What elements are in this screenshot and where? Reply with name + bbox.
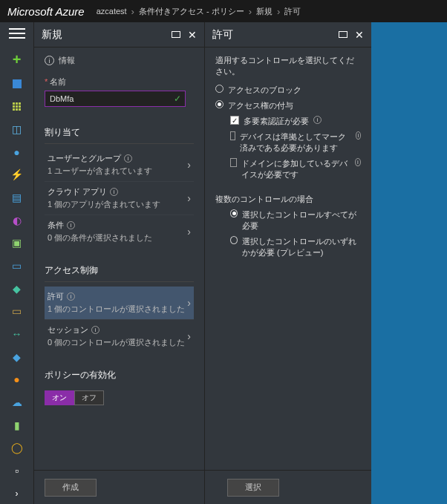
blade-title: 新規 [42, 28, 166, 42]
all-services-icon[interactable] [10, 100, 25, 113]
section-enable-policy: ポリシーの有効化 [45, 369, 194, 386]
grant-row[interactable]: 許可i 1 個のコントロールが選択されました › [45, 287, 194, 319]
checkbox-icon [230, 158, 237, 167]
more-icon[interactable]: ▫ [10, 465, 25, 477]
azure-brand: Microsoft Azure [7, 5, 85, 18]
blade-title: 許可 [212, 28, 333, 42]
create-button[interactable]: 作成 [45, 479, 97, 497]
info-row[interactable]: i 情報 [45, 55, 194, 66]
journey-background [371, 22, 447, 504]
radio-require-any[interactable]: 選択したコントロールのいずれかが必要 (プレビュー) [230, 236, 361, 258]
valid-check-icon: ✓ [174, 94, 181, 104]
hamburger-icon[interactable] [9, 27, 25, 40]
app-services-icon[interactable]: ● [10, 145, 25, 158]
radio-block-access[interactable]: アクセスのブロック [215, 85, 361, 96]
grant-prompt: 適用するコントロールを選択してください。 [215, 55, 361, 77]
expand-icon[interactable]: › [10, 487, 25, 500]
info-icon: i [110, 188, 118, 196]
maximize-icon[interactable] [172, 31, 180, 38]
radio-grant-access[interactable]: アクセス権の付与 [215, 100, 361, 111]
top-header: Microsoft Azure azcatest › 条件付きアクセス - ポリ… [0, 0, 447, 22]
resource-icon[interactable]: ◫ [10, 123, 25, 136]
assign-users-row[interactable]: ユーザーとグループi 1 ユーザーが含まれています › [45, 148, 194, 181]
session-row[interactable]: セッションi 0 個のコントロールが選択されました › [45, 319, 194, 353]
breadcrumb[interactable]: 新規 [256, 6, 273, 17]
lb-icon[interactable]: ◆ [10, 282, 25, 295]
checkbox-require-domain-joined[interactable]: ドメインに参加しているデバイスが必要です i [230, 158, 361, 180]
breadcrumb-sep: › [249, 6, 252, 17]
assign-apps-row[interactable]: クラウド アプリi 1 個のアプリが含まれています › [45, 181, 194, 215]
vnet-icon[interactable]: ↔ [10, 328, 25, 341]
maximize-icon[interactable] [339, 31, 348, 38]
toggle-off[interactable]: オフ [74, 390, 104, 405]
security-icon[interactable]: ☁ [10, 396, 25, 409]
name-input[interactable] [45, 91, 186, 107]
nav-rail: + ◫ ● ⚡ ▤ ◐ ▣ ▭ ◆ ▭ ↔ ◆ ● ☁ ▮ ◯ ▫ › [0, 22, 33, 504]
assign-conditions-row[interactable]: 条件i 0 個の条件が選択されました › [45, 215, 194, 248]
enable-policy-toggle[interactable]: オン オフ [45, 390, 194, 405]
breadcrumb-sep: › [277, 6, 280, 17]
chevron-right-icon: › [187, 330, 191, 342]
name-label: * 名前 [45, 76, 194, 88]
close-icon[interactable]: ✕ [355, 29, 364, 41]
chevron-right-icon: › [187, 159, 191, 171]
radio-icon [215, 100, 224, 108]
dashboard-icon[interactable] [10, 77, 25, 90]
checkbox-icon [230, 131, 235, 140]
cosmos-icon[interactable]: ◐ [10, 214, 25, 226]
advisor-icon[interactable]: ● [10, 373, 25, 386]
info-icon: i [355, 158, 361, 166]
blade-new: 新規 ✕ i 情報 * 名前 ✓ 割り当て ユーザーとグループi [33, 22, 204, 504]
section-access-controls: アクセス制御 [45, 264, 194, 282]
section-multiple-controls: 複数のコントロールの場合 [215, 194, 361, 205]
aad-icon[interactable]: ◆ [10, 350, 25, 363]
vm-icon[interactable]: ▣ [10, 237, 25, 249]
new-icon[interactable]: + [10, 52, 25, 67]
chevron-right-icon: › [187, 297, 191, 309]
help-icon[interactable]: ◯ [10, 442, 25, 454]
functions-icon[interactable]: ⚡ [10, 168, 25, 181]
info-icon: i [356, 131, 361, 140]
breadcrumb[interactable]: azcatest [97, 7, 127, 16]
radio-icon [230, 236, 238, 244]
info-icon: i [313, 116, 322, 124]
breadcrumb-sep: › [131, 6, 134, 17]
breadcrumb[interactable]: 条件付きアクセス - ポリシー [139, 6, 244, 17]
info-icon: i [45, 56, 54, 65]
info-label: 情報 [59, 55, 75, 66]
chevron-right-icon: › [187, 192, 191, 204]
radio-icon [230, 209, 238, 217]
radio-require-all[interactable]: 選択したコントロールすべてが必要 [230, 209, 361, 232]
info-icon: i [67, 221, 75, 229]
select-button[interactable]: 選択 [227, 479, 279, 497]
cost-icon[interactable]: ▮ [10, 419, 25, 431]
storage-icon[interactable]: ▭ [10, 305, 25, 318]
monitor-icon[interactable]: ▭ [10, 260, 25, 272]
section-assignments: 割り当て [45, 126, 194, 144]
checkbox-require-mfa[interactable]: ✓ 多要素認証が必要 i [230, 116, 361, 127]
radio-icon [215, 85, 224, 93]
close-icon[interactable]: ✕ [188, 29, 197, 41]
info-icon: i [67, 292, 75, 301]
sql-icon[interactable]: ▤ [10, 192, 25, 204]
chevron-right-icon: › [187, 226, 191, 238]
info-icon: i [91, 326, 99, 334]
checkbox-require-compliant-device[interactable]: デバイスは準拠としてマーク済みである必要があります i [230, 131, 361, 154]
blade-grant: 許可 ✕ 適用するコントロールを選択してください。 アクセスのブロック アクセス… [204, 22, 371, 504]
breadcrumb[interactable]: 許可 [284, 6, 301, 17]
info-icon: i [124, 154, 132, 163]
toggle-on[interactable]: オン [45, 390, 74, 405]
checkbox-icon: ✓ [230, 116, 239, 125]
